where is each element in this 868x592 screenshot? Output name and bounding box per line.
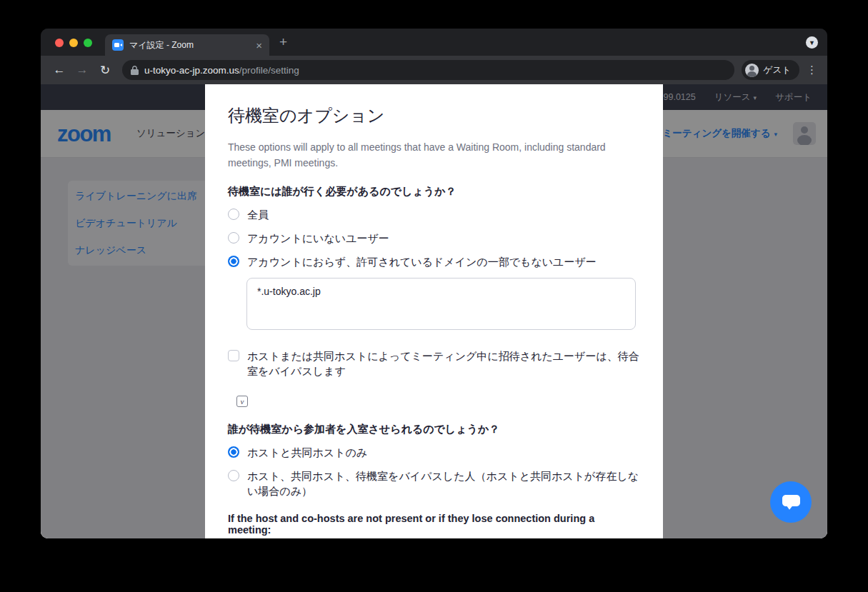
url-host: u-tokyo-ac-jp.zoom.us bbox=[144, 65, 239, 76]
radio-group-who-admits: ホストと共同ホストのみホスト、共同ホスト、待機室をバイパスした人（ホストと共同ホ… bbox=[228, 445, 640, 498]
radio-option-row[interactable]: 全員 bbox=[228, 207, 640, 222]
browser-profile-button[interactable]: ゲスト bbox=[742, 60, 799, 80]
new-tab-button[interactable]: + bbox=[279, 36, 287, 49]
option-label: アカウントにいないユーザー bbox=[247, 231, 389, 246]
web-content: 1.888.799.0125 リソース▾ サポート zoom ソリューション ミ… bbox=[41, 84, 827, 538]
tab-title: マイ設定 - Zoom bbox=[129, 39, 254, 51]
guest-avatar-icon bbox=[745, 64, 759, 77]
radio-option-row[interactable]: アカウントにいないユーザー bbox=[228, 231, 640, 246]
waiting-room-options-dialog: 待機室のオプション These options will apply to al… bbox=[205, 84, 663, 538]
browser-toolbar: ← → ↻ u-tokyo-ac-jp.zoom.us /profile/set… bbox=[41, 56, 827, 84]
option-label: 全員 bbox=[247, 207, 269, 222]
radio-selected-icon[interactable] bbox=[228, 446, 239, 458]
browser-window: マイ設定 - Zoom × + ▼ ← → ↻ u-tokyo-ac-jp.zo… bbox=[41, 29, 827, 538]
option-label: ホストまたは共同ホストによってミーティング中に招待されたユーザーは、待合室をバイ… bbox=[247, 348, 640, 378]
radio-group-who-goes: 全員アカウントにいないユーザーアカウントにおらず、許可されているドメインの一部で… bbox=[228, 207, 640, 269]
allowed-domains-input[interactable]: *.u-tokyo.ac.jp bbox=[246, 278, 636, 330]
checkbox-option-row[interactable]: ホストまたは共同ホストによってミーティング中に招待されたユーザーは、待合室をバイ… bbox=[228, 348, 640, 378]
dialog-description: These options will apply to all meetings… bbox=[228, 140, 617, 171]
close-tab-icon[interactable]: × bbox=[254, 40, 264, 51]
radio-unselected-icon[interactable] bbox=[228, 232, 239, 244]
close-window-button[interactable] bbox=[55, 39, 64, 47]
tab-search-chevron-icon[interactable]: ▼ bbox=[806, 36, 818, 49]
v-badge-icon: v bbox=[236, 396, 248, 407]
guest-label: ゲスト bbox=[764, 64, 791, 76]
bypass-checkbox-group: ホストまたは共同ホストによってミーティング中に招待されたユーザーは、待合室をバイ… bbox=[228, 348, 640, 378]
radio-selected-icon[interactable] bbox=[228, 256, 239, 267]
radio-unselected-icon[interactable] bbox=[228, 209, 239, 220]
option-label: ホストと共同ホストのみ bbox=[247, 445, 367, 460]
tab-strip: マイ設定 - Zoom × + ▼ bbox=[41, 29, 827, 56]
question-who-admits: 誰が待機室から参加者を入室させられるのでしょうか？ bbox=[228, 423, 640, 436]
window-controls bbox=[55, 39, 92, 47]
checkbox-unselected-icon[interactable] bbox=[228, 350, 239, 361]
zoom-favicon-icon bbox=[112, 39, 124, 51]
question-who-goes-to-waiting-room: 待機室には誰が行く必要があるのでしょうか？ bbox=[228, 185, 640, 199]
lock-icon bbox=[131, 66, 139, 75]
minimize-window-button[interactable] bbox=[69, 39, 78, 47]
radio-option-row[interactable]: ホスト、共同ホスト、待機室をバイパスした人（ホストと共同ホストが存在しない場合の… bbox=[228, 468, 640, 498]
option-label: アカウントにおらず、許可されているドメインの一部でもないユーザー bbox=[247, 254, 597, 269]
radio-unselected-icon[interactable] bbox=[228, 470, 239, 481]
url-path: /profile/setting bbox=[239, 65, 299, 76]
back-button[interactable]: ← bbox=[51, 63, 68, 77]
address-bar[interactable]: u-tokyo-ac-jp.zoom.us /profile/setting bbox=[122, 60, 734, 80]
forward-button[interactable]: → bbox=[74, 63, 91, 77]
radio-option-row[interactable]: ホストと共同ホストのみ bbox=[228, 445, 640, 460]
question-host-not-present: If the host and co-hosts are not present… bbox=[228, 513, 640, 536]
browser-menu-icon[interactable]: ⋮ bbox=[807, 64, 817, 76]
browser-tab[interactable]: マイ設定 - Zoom × bbox=[105, 34, 269, 56]
help-chat-button[interactable] bbox=[770, 481, 812, 523]
reload-button[interactable]: ↻ bbox=[96, 63, 114, 78]
radio-option-row[interactable]: アカウントにおらず、許可されているドメインの一部でもないユーザー bbox=[228, 254, 640, 269]
dialog-title: 待機室のオプション bbox=[228, 104, 640, 127]
chat-bubble-icon bbox=[782, 493, 801, 511]
option-label: ホスト、共同ホスト、待機室をバイパスした人（ホストと共同ホストが存在しない場合の… bbox=[247, 468, 640, 498]
maximize-window-button[interactable] bbox=[84, 39, 92, 47]
